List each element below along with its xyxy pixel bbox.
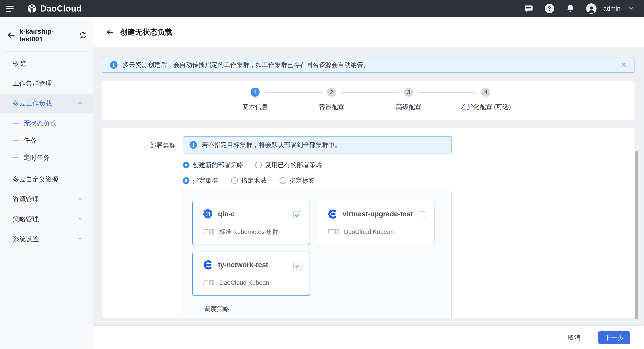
cluster-checkbox-checked[interactable] [293, 211, 302, 219]
user-avatar-icon[interactable] [586, 3, 596, 14]
deploy-hint-text: 若不指定目标集群，将会默认部署到全部集群中。 [202, 141, 341, 149]
brand-name: DaoCloud [40, 4, 82, 13]
radio-icon [280, 177, 286, 184]
user-menu-chevron-down-icon[interactable] [628, 5, 634, 12]
step-2-label: 容器配置 [293, 103, 370, 111]
schedule-policy-label: 调度策略 [204, 305, 230, 313]
kubean-icon [327, 209, 338, 219]
sidebar-item-system-settings[interactable]: 系统设置 [0, 229, 93, 249]
topbar: DaoCloud ? [0, 0, 644, 17]
vendor-label: 厂商 [202, 279, 215, 287]
sidebar-item-overview[interactable]: 概览 [0, 54, 93, 74]
info-alert: i 多云资源创建后，会自动传播指定的工作集群，如工作集群已存在同名资源会自动纳管… [102, 57, 634, 73]
vendor-value: DaoCloud Kubean [344, 229, 394, 236]
cancel-button[interactable]: 取消 [568, 334, 580, 342]
policy-radio-group: 创建新的部署策略 复用已有的部署策略 [183, 161, 322, 169]
chevron-up-icon [77, 100, 83, 107]
messages-icon[interactable] [524, 3, 534, 13]
sidebar-back-arrow-icon[interactable] [7, 31, 16, 39]
step-4-circle[interactable]: 4 [481, 88, 490, 97]
sidebar-item-stateless-workload[interactable]: 无状态负载 [0, 115, 93, 132]
switch-cluster-icon[interactable] [79, 31, 87, 39]
vendor-value: DaoCloud Kubean [219, 279, 269, 286]
kubean-icon [202, 260, 213, 270]
radio-reuse-policy[interactable]: 复用已有的部署策略 [255, 161, 322, 169]
deploy-hint-box: i 若不指定目标集群，将会默认部署到全部集群中。 [183, 136, 452, 153]
info-icon: i [110, 61, 118, 69]
vendor-label: 厂商 [202, 228, 215, 236]
sidebar-item-multicloud-workloads[interactable]: 多云工作负载 [0, 94, 93, 113]
topbar-actions: ? admin [524, 3, 644, 14]
footer-actions: 取消 下一步 [93, 326, 644, 349]
brand-logo[interactable]: DaoCloud [27, 3, 82, 14]
basic-info-form-panel: 部署集群 i 若不指定目标集群，将会默认部署到全部集群中。 创建新的部署策略 复… [102, 128, 634, 318]
step-2-circle[interactable]: 2 [327, 88, 336, 97]
sidebar-item-multicloud-crd[interactable]: 多云自定义资源 [0, 170, 93, 189]
step-connector [264, 92, 322, 93]
info-icon: i [190, 141, 197, 149]
alert-text: 多云资源创建后，会自动传播指定的工作集群，如工作集群已存在同名资源会自动纳管。 [122, 60, 621, 69]
page-back-arrow-icon[interactable] [106, 28, 114, 36]
cluster-card-qin-c[interactable]: qin-c 厂商 标准 Kubernetes 集群 [192, 201, 310, 245]
radio-specify-region[interactable]: 指定地域 [231, 176, 266, 185]
kubernetes-icon [202, 209, 213, 219]
cluster-card-name: ty-network-test [218, 261, 268, 269]
page-title: 创建无状态负载 [120, 27, 172, 37]
username-label: admin [603, 5, 620, 12]
radio-new-policy[interactable]: 创建新的部署策略 [183, 161, 243, 169]
radio-specify-label[interactable]: 指定标签 [280, 176, 315, 185]
sidebar-item-work-cluster-mgmt[interactable]: 工作集群管理 [0, 74, 93, 94]
cluster-checkbox-checked[interactable] [293, 262, 302, 270]
sidebar-divider [4, 51, 88, 51]
sidebar-cluster-header: k-kairship-test001 [0, 17, 93, 43]
cluster-card-name: qin-c [218, 210, 235, 218]
radio-icon [255, 162, 262, 168]
sidebar-item-resource-mgmt[interactable]: 资源管理 [0, 189, 93, 209]
app-root: DaoCloud ? [0, 0, 644, 349]
wizard-stepper: 1 2 3 4 基本信息 容器配置 高级配置 差异化配置 (可选) [102, 81, 634, 120]
chevron-down-icon [77, 216, 83, 223]
chevron-down-icon [77, 196, 83, 203]
sidebar-item-jobs[interactable]: 任务 [0, 132, 93, 149]
radio-specify-cluster[interactable]: 指定集群 [183, 176, 218, 185]
chevron-down-icon [77, 236, 83, 243]
help-icon[interactable]: ? [544, 3, 554, 13]
deploy-cluster-label: 部署集群 [150, 141, 175, 150]
vertical-scrollbar-thumb[interactable] [635, 151, 638, 319]
step-3-circle[interactable]: 3 [404, 88, 413, 97]
cluster-checkbox-unchecked[interactable] [418, 211, 426, 219]
cluster-card-name: virtnest-upgrade-test [342, 210, 413, 218]
notifications-bell-icon[interactable] [565, 3, 575, 13]
alert-close-icon[interactable]: × [621, 60, 626, 70]
hamburger-menu-icon[interactable] [6, 6, 15, 12]
page-header: 创建无状态负载 [93, 17, 644, 47]
step-connector [418, 92, 476, 93]
cluster-selection-box: qin-c 厂商 标准 Kubernetes 集群 [183, 191, 452, 318]
cluster-name-label: k-kairship-test001 [20, 27, 75, 43]
next-step-button[interactable]: 下一步 [598, 331, 630, 344]
vendor-label: 厂商 [327, 228, 340, 236]
sidebar-item-cronjobs[interactable]: 定时任务 [0, 149, 93, 166]
cluster-card-virtnest-upgrade-test[interactable]: virtnest-upgrade-test 厂商 DaoCloud Kubean [317, 201, 434, 245]
radio-icon [231, 177, 238, 184]
step-4-label: 差异化配置 (可选) [447, 103, 524, 111]
step-1-label: 基本信息 [217, 103, 294, 111]
cluster-card-ty-network-test[interactable]: ty-network-test 厂商 DaoCloud Kubean [192, 252, 310, 296]
step-3-label: 高级配置 [370, 103, 447, 111]
sidebar: k-kairship-test001 概览 工作集群管理 多云工作负载 无 [0, 17, 93, 349]
vendor-value: 标准 Kubernetes 集群 [219, 228, 278, 236]
daocloud-cube-icon [27, 3, 37, 14]
step-connector [341, 92, 399, 93]
target-radio-group: 指定集群 指定地域 指定标签 [183, 176, 315, 185]
radio-icon [183, 162, 190, 168]
main-content: i 多云资源创建后，会自动传播指定的工作集群，如工作集群已存在同名资源会自动纳管… [93, 47, 644, 326]
step-1-circle[interactable]: 1 [250, 88, 260, 97]
radio-icon [183, 177, 190, 184]
sidebar-subgroup: 无状态负载 任务 定时任务 [0, 113, 93, 170]
sidebar-item-policy-mgmt[interactable]: 策略管理 [0, 209, 93, 229]
